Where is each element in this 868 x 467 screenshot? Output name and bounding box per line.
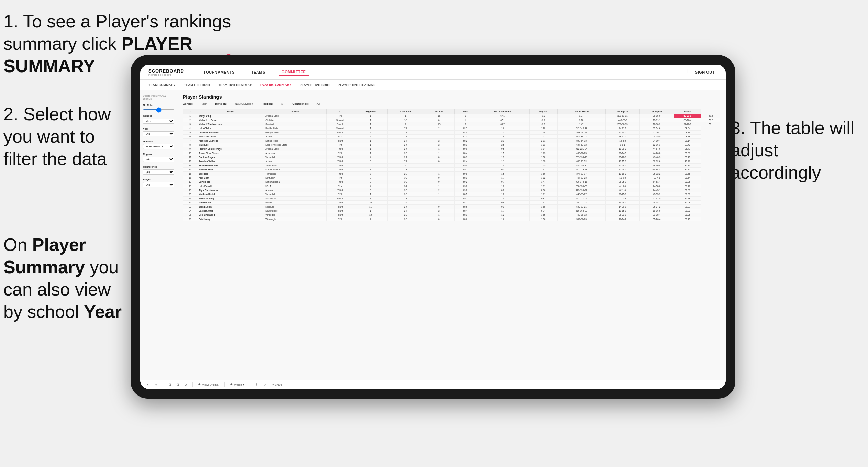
cell-14-11: 13-18-2 xyxy=(605,172,639,176)
cell-24-10: 462-96-12 xyxy=(557,213,605,217)
content-area: Player Standings Gender: Men Division: N… xyxy=(177,90,726,380)
cell-9-0: 10 xyxy=(183,151,197,155)
cell-20-1: Taehoon Song xyxy=(197,197,264,201)
standings-title: Player Standings xyxy=(183,94,720,100)
sidebar-gender: Gender Men xyxy=(143,114,174,124)
redo-btn[interactable]: ↪ xyxy=(154,382,159,387)
cell-5-10: 674-33-12 xyxy=(557,135,605,139)
cell-2-7: 0 xyxy=(455,122,476,126)
download-btn[interactable]: ⬇ xyxy=(254,382,259,387)
cell-19-1: Matthew Riedel xyxy=(197,192,264,197)
gender-select[interactable]: Men xyxy=(143,119,174,124)
cell-22-2: Missouri xyxy=(264,205,327,209)
cell-6-13: 38.14 xyxy=(674,139,701,143)
cell-13-6: 1 xyxy=(424,168,455,172)
cell-1-10: 3.10 xyxy=(557,118,605,122)
col-wins: Wins xyxy=(455,109,476,114)
cell-25-12: 35-26-4 xyxy=(639,217,674,221)
cell-1-0: 2 xyxy=(183,118,197,122)
cell-1-4: 1 xyxy=(354,118,388,122)
cell-12-11: 20-29-1 xyxy=(605,164,639,168)
division-select[interactable]: NCAA Division I xyxy=(143,144,174,149)
cell-16-9: 1.47 xyxy=(529,180,557,184)
watch-btn[interactable]: 👁 Watch ▾ xyxy=(229,382,245,387)
cell-10-2: Vanderbilt xyxy=(264,155,327,159)
cell-1-1: Michael Le Sasso xyxy=(197,118,264,122)
cell-10-13: 33.49 xyxy=(674,155,701,159)
view-original-btn[interactable]: 👁 View: Original xyxy=(197,382,220,387)
table-row: 13Phichakn MaichonTexas A&MThird630169.0… xyxy=(183,164,720,168)
cell-18-10: 429-198-22 xyxy=(557,188,605,192)
nav-teams[interactable]: TEAMS xyxy=(248,69,268,76)
cell-8-13: 36.77 xyxy=(674,147,701,151)
cell-8-6: 1 xyxy=(424,147,455,151)
sidebar-division: Division NCAA Division I xyxy=(143,140,174,149)
cell-16-8: -0.7 xyxy=(476,180,530,184)
paste-btn[interactable]: ⊟ xyxy=(175,382,180,387)
sign-out[interactable]: Sign out xyxy=(692,69,717,76)
no-rds-slider[interactable] xyxy=(143,109,174,110)
col-overall-record: Overall Record xyxy=(557,109,605,114)
cell-19-4: 1 xyxy=(354,192,388,197)
cell-7-1: Mats Ege xyxy=(197,143,264,147)
cell-8-11: 19-39-2 xyxy=(605,147,639,151)
subnav-team-summary[interactable]: TEAM SUMMARY xyxy=(148,82,176,88)
table-row: 12Brendan ValdesAuburnThird537068.4-1.11… xyxy=(183,159,720,164)
copy-btn[interactable]: ⊞ xyxy=(167,382,173,387)
no-rds-label: No Rds. xyxy=(143,104,174,107)
undo-btn[interactable]: ↩ xyxy=(146,382,151,387)
region-select[interactable]: N/A xyxy=(143,157,174,162)
sidebar: Update time: 27/03/2024 16:56:26 No Rds.… xyxy=(140,90,177,380)
toolbar-sep3 xyxy=(224,382,225,387)
filters-row: Gender: Men Division: NCAA Division I Re… xyxy=(183,102,720,105)
step1-text: 1. To see a Player's rankings summary cl… xyxy=(3,11,231,54)
cell-2-9: -2.0 xyxy=(529,122,557,126)
player-label: Player xyxy=(143,178,174,181)
cell-22-10: 509-82-21 xyxy=(557,205,605,209)
instruction-bottom-left: On PlayerSummary you can also view by sc… xyxy=(3,234,124,323)
subnav-team-h2h-heatmap[interactable]: TEAM H2H HEATMAP xyxy=(218,82,252,88)
cell-8-2: Arizona State xyxy=(264,147,327,151)
subnav-player-h2h-grid[interactable]: PLAYER H2H GRID xyxy=(300,82,330,88)
cell-21-9: 1.43 xyxy=(529,201,557,205)
bottom-left-bold2: Year xyxy=(84,302,122,322)
subnav-team-h2h-grid[interactable]: TEAM H2H GRID xyxy=(184,82,210,88)
player-select[interactable]: (All) xyxy=(143,182,174,187)
subnav-player-h2h-heatmap[interactable]: PLAYER H2H HEATMAP xyxy=(338,82,376,88)
cell-4-8: -2.5 xyxy=(476,131,530,135)
cell-22-6: 0 xyxy=(424,205,455,209)
cell-11-3: Third xyxy=(326,159,354,164)
cell-0-9: -3.2 xyxy=(529,114,557,118)
share-btn[interactable]: ↗ Share xyxy=(270,382,283,387)
col-school: School xyxy=(264,109,327,114)
cell-12-9: 1.15 xyxy=(529,164,557,168)
nav-committee[interactable]: COMMITTEE xyxy=(279,68,309,76)
col-yr: Yr xyxy=(326,109,354,114)
cell-25-3: Fifth xyxy=(326,217,354,221)
cell-12-4: 6 xyxy=(354,164,388,168)
cell-22-1: Jack Lundin xyxy=(197,205,264,209)
bottom-left-on: On xyxy=(3,235,32,255)
cell-14-3: Third xyxy=(326,172,354,176)
cell-15-8: -1.7 xyxy=(476,176,530,180)
expand-btn[interactable]: ⤢ xyxy=(262,382,267,387)
cell-10-1: Gordon Sargent xyxy=(197,155,264,159)
cell-22-5: 24 xyxy=(388,205,424,209)
nav-tournaments[interactable]: TOURNAMENTS xyxy=(201,69,237,76)
cell-18-12: 24-45-1 xyxy=(639,188,674,192)
conference-select[interactable]: (All) xyxy=(143,169,174,175)
year-select[interactable]: (All) xyxy=(143,131,174,136)
cell-13-12: 52-51-10 xyxy=(639,168,674,172)
col-num: # xyxy=(183,109,197,114)
cell-14-7: 69.8 xyxy=(455,172,476,176)
cell-24-2: Vanderbilt xyxy=(264,213,327,217)
cell-25-0: 26 xyxy=(183,217,197,221)
subnav-player-summary[interactable]: PLAYER SUMMARY xyxy=(260,81,291,88)
cell-23-5: 27 xyxy=(388,209,424,213)
gender-filter-val: Men xyxy=(202,102,207,105)
cell-25-7: 68.6 xyxy=(455,217,476,221)
cell-25-9: 1.56 xyxy=(529,217,557,221)
table-row: 10Jacob Skov OlesenArkansasFifth123168.4… xyxy=(183,151,720,155)
settings-btn[interactable]: ⊙ xyxy=(183,382,188,387)
cell-10-5: 21 xyxy=(388,155,424,159)
